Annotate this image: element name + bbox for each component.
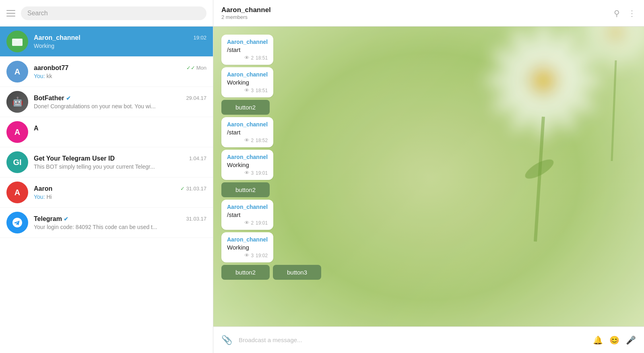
attach-icon[interactable]: 📎 <box>221 335 232 345</box>
inline-button[interactable]: button3 <box>273 265 321 280</box>
chat-list: Aaron_channel 19:02 Working A aaronbot77… <box>0 27 213 353</box>
chat-item-aaronbot77[interactable]: A aaronbot77 ✓✓Mon You: kk <box>0 57 213 87</box>
chat-preview: This BOT simply telling you your current… <box>34 163 206 170</box>
chat-header-icons: ⚲ ⋮ <box>614 8 636 18</box>
chat-preview: You: kk <box>34 73 206 79</box>
chat-item-a_chat[interactable]: A A <box>0 117 213 147</box>
view-count: 2 <box>251 220 254 226</box>
chat-content: Aaron_channel 19:02 Working <box>34 34 206 49</box>
chat-name: aaronbot77 <box>34 64 68 72</box>
search-icon[interactable]: ⚲ <box>614 8 620 18</box>
more-icon[interactable]: ⋮ <box>628 8 636 18</box>
message-bubble: Aaron_channel /start 👁 2 18:51 <box>221 35 273 65</box>
msg-views: 👁 2 <box>244 137 254 143</box>
chat-subtitle: 2 members <box>221 14 271 20</box>
chat-preview <box>34 133 206 140</box>
view-count: 3 <box>251 170 254 176</box>
chat-item-aaron_channel[interactable]: Aaron_channel 19:02 Working <box>0 27 213 57</box>
msg-views: 👁 3 <box>244 170 254 176</box>
chat-item-aaron[interactable]: A Aaron ✓31.03.17 You: Hi <box>0 178 213 208</box>
chat-content: Aaron ✓31.03.17 You: Hi <box>34 185 206 200</box>
verified-badge: ✔ <box>66 95 71 101</box>
message-bubble: Aaron_channel Working 👁 3 18:51 <box>221 67 273 97</box>
msg-views: 👁 2 <box>244 55 254 61</box>
eye-icon: 👁 <box>244 170 250 176</box>
chat-item-get_telegram_id[interactable]: GI Get Your Telegram User ID 1.04.17 Thi… <box>0 147 213 178</box>
chat-content: aaronbot77 ✓✓Mon You: kk <box>34 64 206 79</box>
msg-views: 👁 2 <box>244 220 254 226</box>
msg-channel-name: Aaron_channel <box>227 236 268 243</box>
search-box[interactable] <box>21 6 206 20</box>
input-right-icons: 🔔 😊 🎤 <box>593 335 636 345</box>
single-check-icon: ✓ <box>180 186 185 192</box>
chat-name: BotFather✔ <box>34 95 71 102</box>
chat-item-telegram[interactable]: Telegram✔ 31.03.17 Your login code: 8409… <box>0 208 213 238</box>
avatar: 🤖 <box>6 91 28 113</box>
chat-time: 19:02 <box>193 35 206 41</box>
msg-channel-name: Aaron_channel <box>227 204 268 210</box>
message-bubble: Aaron_channel /start 👁 2 18:52 <box>221 117 273 147</box>
avatar <box>6 31 28 52</box>
eye-icon: 👁 <box>244 252 250 258</box>
chat-preview: You: Hi <box>34 194 206 200</box>
chat-header: Aaron_channel 2 members ⚲ ⋮ <box>213 0 644 27</box>
msg-meta: 👁 3 19:01 <box>227 170 268 176</box>
msg-meta: 👁 3 18:51 <box>227 87 268 93</box>
emoji-icon[interactable]: 😊 <box>609 335 619 345</box>
chat-time: 29.04.17 <box>186 95 206 101</box>
view-count: 3 <box>251 88 254 93</box>
avatar: A <box>6 61 28 83</box>
chat-preview: Working <box>34 43 206 49</box>
chat-name: Aaron <box>34 185 52 192</box>
notification-icon[interactable]: 🔔 <box>593 335 603 345</box>
msg-time: 19:01 <box>256 220 268 226</box>
avatar: A <box>6 182 28 203</box>
you-label: You: <box>34 73 45 79</box>
input-bar: 📎 🔔 😊 🎤 <box>213 326 644 353</box>
chat-content: BotFather✔ 29.04.17 Done! Congratulation… <box>34 95 206 109</box>
inline-button[interactable]: button2 <box>221 100 270 115</box>
msg-channel-name: Aaron_channel <box>227 71 268 78</box>
chat-name-row: Aaron ✓31.03.17 <box>34 185 206 192</box>
search-input[interactable] <box>27 10 200 17</box>
msg-text: /start <box>227 46 268 53</box>
double-check-icon: ✓✓ <box>186 65 195 71</box>
microphone-icon[interactable]: 🎤 <box>626 335 636 345</box>
view-count: 2 <box>251 55 254 61</box>
chat-title: Aaron_channel <box>221 6 271 14</box>
chat-name-row: A <box>34 125 206 132</box>
eye-icon: 👁 <box>244 87 250 93</box>
verified-badge: ✔ <box>64 216 68 222</box>
chat-content: A <box>34 125 206 140</box>
inline-button[interactable]: button2 <box>221 265 270 280</box>
chat-name: Telegram✔ <box>34 215 68 223</box>
eye-icon: 👁 <box>244 55 250 61</box>
msg-text: Working <box>227 244 268 251</box>
msg-time: 18:51 <box>256 55 268 61</box>
message-bubble: Aaron_channel /start 👁 2 19:01 <box>221 200 273 230</box>
chat-preview: Done! Congratulations on your new bot. Y… <box>34 103 206 109</box>
msg-views: 👁 3 <box>244 87 254 93</box>
sidebar-header <box>0 0 213 27</box>
chat-name-row: Get Your Telegram User ID 1.04.17 <box>34 155 206 162</box>
messages-area: Aaron_channel /start 👁 2 18:51 Aaron_cha… <box>213 27 644 326</box>
chat-time: ✓31.03.17 <box>180 186 206 192</box>
msg-text: Working <box>227 79 268 86</box>
chat-item-botfather[interactable]: 🤖 BotFather✔ 29.04.17 Done! Congratulati… <box>0 87 213 117</box>
message-input[interactable] <box>239 336 586 343</box>
chat-name-row: aaronbot77 ✓✓Mon <box>34 64 206 72</box>
msg-meta: 👁 2 18:52 <box>227 137 268 143</box>
button-row: button2button3 <box>221 265 321 280</box>
chat-content: Get Your Telegram User ID 1.04.17 This B… <box>34 155 206 170</box>
chat-time: 1.04.17 <box>189 155 206 161</box>
msg-text: /start <box>227 129 268 136</box>
chat-name-row: BotFather✔ 29.04.17 <box>34 95 206 102</box>
inline-button[interactable]: button2 <box>221 182 270 197</box>
eye-icon: 👁 <box>244 137 250 143</box>
msg-channel-name: Aaron_channel <box>227 121 268 128</box>
msg-time: 18:51 <box>256 88 268 93</box>
message-bubble: Aaron_channel Working 👁 3 19:01 <box>221 150 273 180</box>
hamburger-icon[interactable] <box>6 10 15 17</box>
chat-name-row: Telegram✔ 31.03.17 <box>34 215 206 223</box>
chat-content: Telegram✔ 31.03.17 Your login code: 8409… <box>34 215 206 230</box>
